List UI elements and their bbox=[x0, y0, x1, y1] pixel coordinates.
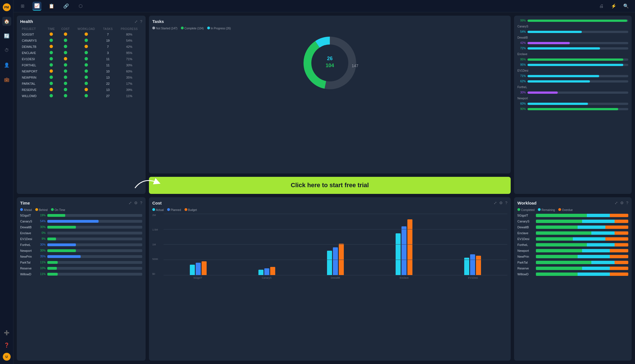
table-row: CANARYS 19 54% bbox=[20, 37, 142, 44]
cost-dot bbox=[58, 44, 73, 50]
time-help-icon[interactable]: ? bbox=[140, 201, 142, 205]
time-bar bbox=[47, 261, 142, 264]
time-bar-fill bbox=[47, 267, 57, 270]
bar-outer bbox=[527, 103, 628, 105]
topnav-right: 🖨 ⚡ 🔍 bbox=[597, 2, 631, 11]
cost-bar-planned bbox=[470, 254, 475, 275]
time-bar bbox=[47, 273, 142, 276]
workload-help-icon[interactable]: ? bbox=[626, 201, 628, 205]
sidebar-item-time[interactable]: ⏱ bbox=[2, 46, 11, 55]
progress-value: 11% bbox=[116, 93, 142, 99]
workload-label: EV1Desi bbox=[517, 237, 534, 241]
workload-bar bbox=[536, 255, 628, 258]
topnav-chart-icon[interactable]: 📈 bbox=[32, 2, 41, 11]
time-legend: Ahead Behind On Time bbox=[20, 208, 142, 212]
time-pct: 11% bbox=[37, 273, 46, 276]
workload-dot bbox=[73, 68, 100, 74]
wb-completed bbox=[536, 273, 578, 276]
legend-overdue: Overdue bbox=[558, 208, 573, 212]
tasks-header: Tasks bbox=[152, 19, 507, 24]
time-bar-fill bbox=[47, 238, 56, 240]
app-logo[interactable]: PM bbox=[3, 3, 11, 11]
bar-outer bbox=[527, 80, 628, 83]
time-title: Time bbox=[20, 201, 30, 205]
y-label-2m: 2M bbox=[152, 214, 158, 217]
workload-bar bbox=[536, 237, 628, 241]
svg-text:26: 26 bbox=[327, 56, 333, 61]
legend-completed: Completed bbox=[517, 208, 534, 212]
pct-value: 72% bbox=[517, 47, 526, 50]
search-icon[interactable]: 🔍 bbox=[622, 2, 631, 11]
filter-icon[interactable]: ⚡ bbox=[609, 2, 618, 11]
bar-fill bbox=[527, 20, 627, 22]
cost-bar-budget bbox=[270, 267, 275, 275]
pct-value: 62% bbox=[517, 80, 526, 83]
workload-bar bbox=[536, 261, 628, 264]
workload-dot bbox=[73, 74, 100, 81]
tasks-count: 7 bbox=[100, 44, 116, 50]
cost-settings-icon[interactable]: ⚙ bbox=[499, 201, 503, 205]
time-bar-fill bbox=[47, 214, 65, 217]
progress-row: 72% bbox=[517, 47, 628, 50]
wb-remaining bbox=[573, 237, 605, 241]
sidebar-item-help[interactable]: ❓ bbox=[2, 340, 11, 349]
wb-overdue bbox=[610, 255, 628, 258]
topnav-clipboard-icon[interactable]: 📋 bbox=[47, 2, 56, 11]
sidebar-item-home[interactable]: 🏠 bbox=[2, 17, 11, 26]
cost-x-label: DewaltB bbox=[301, 276, 370, 279]
mid-top-area: Tasks Not Started (147) Complete (104) I… bbox=[149, 16, 511, 194]
tasks-count: 3 bbox=[100, 50, 116, 56]
svg-text:104: 104 bbox=[326, 63, 334, 68]
topnav-grid-icon[interactable]: ⊞ bbox=[18, 2, 27, 11]
time-row: Newport 30% bbox=[20, 249, 142, 252]
workload-label: Reserve bbox=[517, 267, 534, 270]
pct-value: 95% bbox=[517, 58, 526, 61]
legend-remaining: Remaining bbox=[538, 208, 555, 212]
topnav-network-icon[interactable]: ⬡ bbox=[76, 2, 85, 11]
cost-help-icon[interactable]: ? bbox=[505, 201, 507, 205]
topnav: ⊞ 📈 📋 🔗 ⬡ 🖨 ⚡ 🔍 bbox=[13, 0, 635, 12]
cost-bar-planned bbox=[333, 247, 338, 275]
table-row: NEWPRIN 13 35% bbox=[20, 74, 142, 81]
time-bar-fill bbox=[47, 226, 76, 229]
wb-remaining bbox=[591, 261, 615, 264]
workload-title: Workload bbox=[517, 201, 536, 205]
time-label: ParkTal bbox=[20, 261, 36, 264]
sidebar-item-users[interactable]: 👤 bbox=[2, 60, 11, 69]
workload-settings-icon[interactable]: ⚙ bbox=[620, 201, 624, 205]
sidebar-item-add[interactable]: ➕ bbox=[2, 328, 11, 337]
cost-bar-planned bbox=[264, 268, 269, 275]
time-bar bbox=[47, 255, 142, 258]
sidebar-item-portfolio[interactable]: 💼 bbox=[2, 75, 11, 84]
avatar[interactable]: U bbox=[3, 353, 11, 361]
project-name: EV1DESI bbox=[20, 56, 45, 62]
print-icon[interactable]: 🖨 bbox=[597, 2, 606, 11]
bar-outer bbox=[527, 91, 628, 94]
cost-dot bbox=[58, 62, 73, 68]
time-settings-icon[interactable]: ⚙ bbox=[134, 201, 138, 205]
tasks-legend: Not Started (147) Complete (104) In Prog… bbox=[152, 27, 507, 30]
wb-remaining bbox=[582, 220, 615, 223]
health-help-icon[interactable]: ? bbox=[140, 19, 142, 24]
donut-container: 26 104 147 bbox=[152, 32, 507, 94]
time-dot bbox=[45, 31, 58, 37]
workload-bar bbox=[536, 243, 628, 246]
cost-expand-icon[interactable]: ⤢ bbox=[494, 201, 497, 205]
wb-completed bbox=[536, 214, 587, 217]
topnav-link-icon[interactable]: 🔗 bbox=[62, 2, 71, 11]
sidebar-item-refresh[interactable]: 🔄 bbox=[2, 31, 11, 40]
workload-expand-icon[interactable]: ⤢ bbox=[615, 201, 618, 205]
time-expand-icon[interactable]: ⤢ bbox=[129, 201, 132, 205]
tasks-count: 11 bbox=[100, 56, 116, 62]
cta-banner[interactable]: Click here to start free trial bbox=[149, 177, 511, 194]
time-panel: Time ⤢ ⚙ ? Ahead Behind On Time 5GigsIT … bbox=[17, 197, 146, 361]
bar-outer bbox=[527, 47, 628, 50]
time-bar-fill bbox=[47, 273, 58, 276]
cost-dot bbox=[58, 56, 73, 62]
progress-value: 95% bbox=[116, 50, 142, 56]
workload-legend: Completed Remaining Overdue bbox=[517, 208, 628, 212]
tasks-count: 13 bbox=[100, 87, 116, 93]
health-expand-icon[interactable]: ⤢ bbox=[134, 19, 138, 24]
workload-dot bbox=[73, 31, 100, 37]
table-row: RESERVE 13 39% bbox=[20, 87, 142, 93]
